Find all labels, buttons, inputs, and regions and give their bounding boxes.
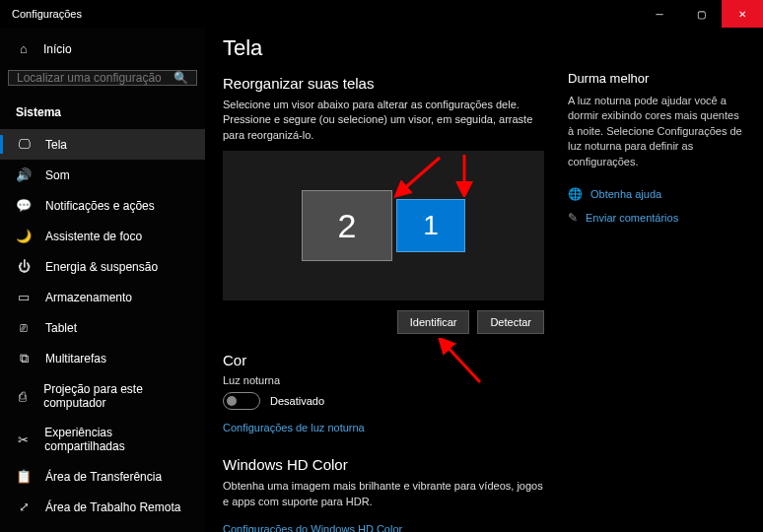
home-icon: ⌂	[16, 41, 32, 56]
nightlight-settings-link[interactable]: Configurações de luz noturna	[223, 422, 365, 433]
feedback-link[interactable]: ✎ Enviar comentários	[568, 211, 745, 225]
sleep-better-title: Durma melhor	[568, 71, 745, 86]
feedback-icon: ✎	[568, 211, 578, 225]
identify-button[interactable]: Identificar	[397, 310, 470, 334]
clipboard-icon: 📋	[16, 469, 32, 484]
sidebar-item-label: Tela	[45, 138, 67, 152]
rearrange-desc: Selecione um visor abaixo para alterar a…	[223, 98, 544, 143]
maximize-button[interactable]: ▢	[680, 0, 722, 28]
sidebar-item-label: Armazenamento	[45, 291, 132, 304]
display-arrange-area[interactable]: 2 1	[223, 151, 544, 300]
close-button[interactable]: ✕	[722, 0, 763, 28]
hdr-desc: Obtenha uma imagem mais brilhante e vibr…	[223, 479, 544, 509]
sidebar-item-clipboard[interactable]: 📋 Área de Transferência	[0, 461, 205, 492]
color-heading: Cor	[223, 352, 544, 368]
home-label: Início	[43, 42, 72, 56]
sidebar-item-label: Energia & suspensão	[45, 260, 158, 274]
window-title: Configurações	[0, 8, 639, 20]
sidebar-item-multitarefas[interactable]: ⧉ Multitarefas	[0, 343, 205, 374]
minimize-button[interactable]: ─	[639, 0, 680, 28]
nightlight-toggle[interactable]	[223, 392, 260, 410]
rearrange-heading: Reorganizar suas telas	[223, 75, 544, 92]
sidebar: ⌂ Início 🔍 Sistema 🖵 Tela 🔊 Som 💬 Notifi…	[0, 28, 205, 532]
shared-icon: ✂	[16, 432, 31, 447]
storage-icon: ▭	[16, 290, 32, 304]
svg-line-0	[400, 158, 440, 192]
title-bar: Configurações ─ ▢ ✕	[0, 0, 763, 28]
sidebar-item-tablet[interactable]: ⎚ Tablet	[0, 312, 205, 343]
power-icon: ⏻	[16, 259, 32, 274]
sidebar-item-remoto[interactable]: ⤢ Área de Trabalho Remota	[0, 492, 205, 522]
sidebar-item-experiencias[interactable]: ✂ Experiências compartilhadas	[0, 418, 205, 461]
sidebar-item-label: Notificações e ações	[45, 199, 155, 213]
sidebar-item-armazenamento[interactable]: ▭ Armazenamento	[0, 282, 205, 312]
detect-button[interactable]: Detectar	[477, 310, 544, 334]
sidebar-item-sobre[interactable]: ⓘ Sobre	[0, 522, 205, 532]
page-title: Tela	[223, 35, 544, 61]
sidebar-item-notificacoes[interactable]: 💬 Notificações e ações	[0, 190, 205, 221]
tablet-icon: ⎚	[16, 320, 32, 335]
sidebar-item-energia[interactable]: ⏻ Energia & suspensão	[0, 251, 205, 282]
sidebar-item-label: Experiências compartilhadas	[44, 426, 189, 453]
search-box[interactable]: 🔍	[8, 70, 197, 86]
help-icon: 🌐	[568, 187, 583, 201]
search-icon: 🔍	[173, 71, 188, 85]
sidebar-section-label: Sistema	[0, 98, 205, 129]
monitor-1[interactable]: 1	[396, 199, 465, 252]
hdr-settings-link[interactable]: Configurações do Windows HD Color	[223, 523, 402, 532]
sidebar-item-label: Multitarefas	[45, 352, 106, 366]
project-icon: ⎙	[16, 389, 30, 404]
sidebar-item-projecao[interactable]: ⎙ Projeção para este computador	[0, 374, 205, 418]
sidebar-item-label: Área de Trabalho Remota	[45, 500, 180, 514]
sidebar-home[interactable]: ⌂ Início	[0, 35, 205, 62]
sidebar-item-foco[interactable]: 🌙 Assistente de foco	[0, 221, 205, 251]
sidebar-item-label: Área de Transferência	[45, 470, 162, 484]
hdr-heading: Windows HD Color	[223, 456, 544, 473]
remote-icon: ⤢	[16, 499, 32, 514]
sidebar-item-label: Tablet	[45, 321, 77, 335]
nightlight-label: Luz noturna	[223, 374, 544, 386]
sidebar-item-label: Assistente de foco	[45, 230, 142, 243]
display-icon: 🖵	[16, 137, 32, 152]
annotation-arrow-icon	[390, 153, 450, 202]
nightlight-state: Desativado	[270, 395, 324, 407]
focus-icon: 🌙	[16, 229, 32, 243]
get-help-link[interactable]: 🌐 Obtenha ajuda	[568, 187, 745, 201]
sidebar-item-label: Som	[45, 168, 70, 182]
sidebar-item-som[interactable]: 🔊 Som	[0, 160, 205, 190]
sidebar-item-tela[interactable]: 🖵 Tela	[0, 129, 205, 160]
sidebar-item-label: Projeção para este computador	[43, 382, 189, 410]
notifications-icon: 💬	[16, 198, 32, 213]
search-input[interactable]	[17, 71, 173, 85]
sleep-better-text: A luz noturna pode ajudar você a dormir …	[568, 94, 745, 169]
monitor-2[interactable]: 2	[302, 190, 392, 261]
multitask-icon: ⧉	[16, 351, 32, 366]
sound-icon: 🔊	[16, 167, 32, 182]
annotation-arrow-icon	[450, 153, 479, 197]
